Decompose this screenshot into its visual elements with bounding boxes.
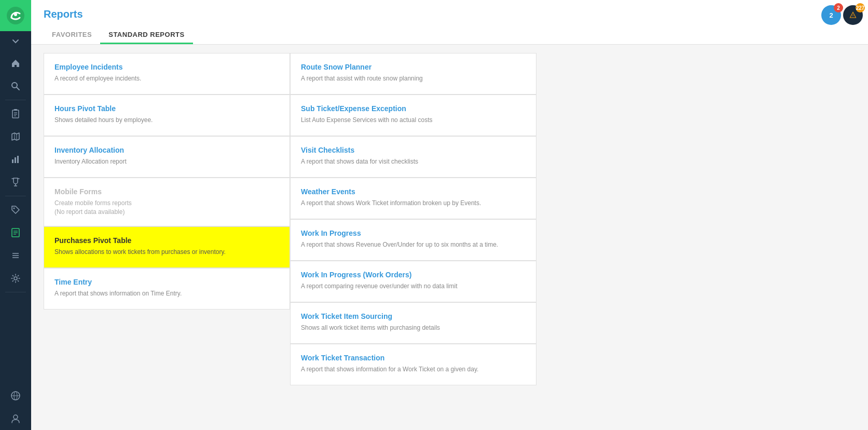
right-column: Route Snow PlannerA report that assist w… <box>290 53 536 385</box>
map-icon[interactable] <box>0 125 31 148</box>
content-area: Employee IncidentsA record of employee i… <box>31 45 868 430</box>
report-card-visit-checklists[interactable]: Visit ChecklistsA report that shows data… <box>290 136 536 178</box>
report-desc-sub-ticket-expense-exception: List Auto Expense Services with no actua… <box>301 116 526 125</box>
report-title-hours-pivot-table: Hours Pivot Table <box>54 104 279 113</box>
report-title-purchases-pivot-table: Purchases Pivot Table <box>54 236 279 245</box>
report-card-hours-pivot-table[interactable]: Hours Pivot TableShows detailed hours by… <box>44 95 290 136</box>
report-card-work-ticket-item-sourcing[interactable]: Work Ticket Item SourcingShows all work … <box>290 302 536 344</box>
page-title: Reports <box>44 8 856 20</box>
report-card-employee-incidents[interactable]: Employee IncidentsA record of employee i… <box>44 53 290 95</box>
user-icon[interactable] <box>0 407 31 430</box>
sidebar-divider-2 <box>5 196 26 196</box>
report-title-route-snow-planner: Route Snow Planner <box>301 63 526 71</box>
notification-badge-1: 2 <box>834 3 843 12</box>
svg-point-24 <box>14 277 17 280</box>
report-desc-employee-incidents: A record of employee incidents. <box>54 74 279 83</box>
svg-rect-12 <box>15 157 16 163</box>
report-desc-mobile-forms: Create mobile forms reports (No report d… <box>54 199 279 217</box>
reports-grid: Employee IncidentsA record of employee i… <box>44 53 536 385</box>
report-title-work-ticket-item-sourcing: Work Ticket Item Sourcing <box>301 312 526 320</box>
svg-point-1 <box>14 13 17 16</box>
report-title-mobile-forms: Mobile Forms <box>54 187 279 196</box>
report-title-work-in-progress-work-orders: Work In Progress (Work Orders) <box>301 271 526 279</box>
report-desc-work-in-progress: A report that shows Revenue Over/Under f… <box>301 240 526 249</box>
svg-point-16 <box>13 208 15 209</box>
report-card-sub-ticket-expense-exception[interactable]: Sub Ticket/Expense ExceptionList Auto Ex… <box>290 95 536 136</box>
report-card-weather-events[interactable]: Weather EventsA report that shows Work T… <box>290 178 536 219</box>
report-card-route-snow-planner[interactable]: Route Snow PlannerA report that assist w… <box>290 53 536 95</box>
report-card-work-ticket-transaction[interactable]: Work Ticket TransactionA report that sho… <box>290 344 536 385</box>
report-title-work-ticket-transaction: Work Ticket Transaction <box>301 354 526 362</box>
report-desc-inventory-allocation: Inventory Allocation report <box>54 157 279 166</box>
app-logo[interactable] <box>0 0 31 31</box>
report-desc-time-entry: A report that shows information on Time … <box>54 289 279 298</box>
report-desc-route-snow-planner: A report that assist with route snow pla… <box>301 74 526 83</box>
report-card-work-in-progress-work-orders[interactable]: Work In Progress (Work Orders)A report c… <box>290 261 536 302</box>
clipboard-icon[interactable] <box>0 102 31 125</box>
left-column: Employee IncidentsA record of employee i… <box>44 53 290 385</box>
report-card-mobile-forms[interactable]: Mobile FormsCreate mobile forms reports … <box>44 178 290 226</box>
tab-standard-reports[interactable]: STANDARD REPORTS <box>100 26 192 44</box>
list-icon[interactable] <box>0 244 31 267</box>
search-icon[interactable] <box>0 75 31 98</box>
reports-icon[interactable] <box>0 221 31 244</box>
report-title-sub-ticket-expense-exception: Sub Ticket/Expense Exception <box>301 104 526 113</box>
home-icon[interactable] <box>0 52 31 75</box>
svg-rect-11 <box>12 159 13 163</box>
report-title-weather-events: Weather Events <box>301 187 526 196</box>
sidebar-divider-1 <box>5 100 26 100</box>
sidebar-divider-3 <box>5 292 26 292</box>
svg-line-3 <box>17 87 19 90</box>
main-content: Reports FAVORITES STANDARD REPORTS Emplo… <box>31 0 868 430</box>
report-title-employee-incidents: Employee Incidents <box>54 63 279 71</box>
trophy-icon[interactable] <box>0 171 31 194</box>
svg-rect-13 <box>17 156 19 163</box>
sidebar <box>0 0 31 430</box>
sidebar-toggle[interactable] <box>0 31 31 52</box>
report-title-time-entry: Time Entry <box>54 278 279 286</box>
report-desc-work-ticket-item-sourcing: Shows all work ticket items with purchas… <box>301 324 526 332</box>
report-card-time-entry[interactable]: Time EntryA report that shows informatio… <box>44 268 290 310</box>
report-desc-work-ticket-transaction: A report that shows information for a Wo… <box>301 365 526 374</box>
report-desc-work-in-progress-work-orders: A report comparing revenue over/under wi… <box>301 282 526 291</box>
report-card-inventory-allocation[interactable]: Inventory AllocationInventory Allocation… <box>44 136 290 178</box>
globe-icon[interactable] <box>0 384 31 407</box>
tab-favorites[interactable]: FAVORITES <box>44 26 100 44</box>
report-card-work-in-progress[interactable]: Work In ProgressA report that shows Reve… <box>290 219 536 261</box>
report-card-purchases-pivot-table[interactable]: Purchases Pivot TableShows allocations t… <box>44 226 290 268</box>
svg-point-28 <box>13 415 18 419</box>
report-title-work-in-progress: Work In Progress <box>301 229 526 237</box>
header: Reports FAVORITES STANDARD REPORTS <box>31 0 868 45</box>
report-desc-purchases-pivot-table: Shows allocations to work tickets from p… <box>54 248 279 257</box>
report-title-inventory-allocation: Inventory Allocation <box>54 146 279 154</box>
svg-point-30 <box>853 17 853 17</box>
header-tabs: FAVORITES STANDARD REPORTS <box>44 26 856 44</box>
chart-icon[interactable] <box>0 148 31 171</box>
settings-icon[interactable] <box>0 267 31 290</box>
user-badge[interactable]: 2 2 <box>821 5 841 25</box>
report-desc-hours-pivot-table: Shows detailed hours by employee. <box>54 116 279 125</box>
notification-badge-2: 227 <box>856 3 865 12</box>
alert-badge[interactable]: 227 <box>843 5 863 25</box>
tag-icon[interactable] <box>0 198 31 221</box>
top-right-badges: 2 2 227 <box>821 5 863 25</box>
svg-rect-5 <box>14 109 17 111</box>
report-desc-weather-events: A report that shows Work Ticket informat… <box>301 199 526 208</box>
report-title-visit-checklists: Visit Checklists <box>301 146 526 154</box>
report-desc-visit-checklists: A report that shows data for visit check… <box>301 157 526 166</box>
